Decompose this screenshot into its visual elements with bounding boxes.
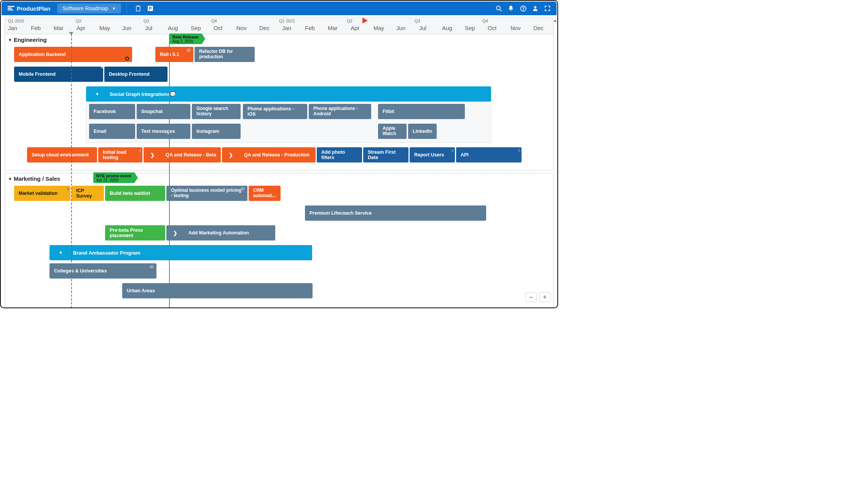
grip-icon: ⠿ bbox=[67, 187, 69, 191]
section-marketing-title: Marketing / Sales bbox=[14, 175, 61, 182]
timeline-month: Aug bbox=[168, 25, 178, 31]
app-name: ProductPlan bbox=[17, 5, 50, 12]
timeline-month: Mar bbox=[328, 25, 338, 31]
link-indicator-icon: ⊖ bbox=[101, 67, 103, 69]
bar-fitbit[interactable]: Fitbit bbox=[378, 104, 465, 119]
bar-texts[interactable]: Text messages bbox=[137, 124, 190, 139]
timeline-month: Aug bbox=[442, 25, 452, 31]
bar-rails[interactable]: Rails 5.1💬 bbox=[155, 47, 193, 62]
timeline-month: Jan bbox=[282, 25, 291, 31]
user-icon[interactable] bbox=[531, 5, 539, 12]
bar-load-testing[interactable]: Initial load testing⠿ bbox=[98, 147, 142, 162]
bar-instagram[interactable]: Instagram bbox=[192, 124, 241, 139]
timeline-quarter: Q3 bbox=[415, 19, 420, 23]
bar-snapchat[interactable]: Snapchat bbox=[137, 104, 190, 119]
svg-point-9 bbox=[511, 10, 512, 11]
milestone-title: NYE promo event bbox=[96, 174, 131, 178]
chevron-down-icon: ▼ bbox=[59, 250, 63, 255]
svg-rect-1 bbox=[8, 8, 12, 9]
svg-rect-3 bbox=[136, 6, 140, 11]
bar-google-search[interactable]: Google search history bbox=[192, 104, 241, 119]
bar-beta-waitlist[interactable]: Build beta waitlist bbox=[105, 186, 165, 201]
timeline-month: Dec bbox=[533, 25, 544, 31]
bar-linkedin[interactable]: LinkedIn bbox=[408, 124, 437, 139]
milestone-title: Beta Release bbox=[172, 35, 199, 39]
bar-qa-prod[interactable]: ❯QA and Release - Production bbox=[222, 147, 316, 162]
bar-photo-filters[interactable]: Add photo filters bbox=[317, 147, 362, 162]
bar-colleges[interactable]: Colleges & Universities💬 bbox=[49, 263, 156, 279]
bar-crm[interactable]: CRM automati... bbox=[249, 186, 281, 201]
chevron-right-icon: ❯ bbox=[229, 152, 233, 158]
bar-urban[interactable]: Urban Areas bbox=[122, 283, 313, 298]
timeline-quarter: Q4 bbox=[482, 19, 488, 23]
bar-facebook[interactable]: Facebook bbox=[89, 104, 135, 119]
timeline-month: Apr bbox=[77, 25, 85, 31]
section-marketing-header[interactable]: ▼ Marketing / Sales bbox=[5, 173, 553, 184]
current-marker-handle[interactable] bbox=[69, 32, 73, 35]
parking-icon[interactable]: P bbox=[147, 5, 154, 12]
milestone-line bbox=[169, 34, 170, 308]
bar-cloud-env[interactable]: Setup cloud environment bbox=[27, 147, 97, 162]
svg-text:?: ? bbox=[522, 6, 525, 11]
comment-icon: 💬 bbox=[240, 187, 246, 192]
milestone-nye-promo[interactable]: NYE promo event Apr 21, 2020 bbox=[93, 172, 134, 183]
bar-press[interactable]: Pre-beta Press placement bbox=[105, 225, 165, 240]
svg-point-12 bbox=[534, 6, 536, 8]
bar-lifecoach[interactable]: Premium Lifecoach Service bbox=[305, 205, 486, 221]
help-icon[interactable]: ? bbox=[519, 5, 527, 12]
app-logo[interactable]: ProductPlan bbox=[5, 5, 53, 12]
bar-report-users[interactable]: Report Users⠿ bbox=[410, 147, 455, 162]
clipboard-icon[interactable] bbox=[134, 5, 142, 12]
bar-phone-ios[interactable]: Phone applications - iOS bbox=[243, 104, 307, 119]
svg-text:P: P bbox=[149, 6, 152, 11]
bar-icp-survey[interactable]: ICP Survey bbox=[72, 186, 104, 201]
roadmap-selector[interactable]: Software Roadmap ▼ bbox=[57, 3, 121, 13]
timeline-month: Sep bbox=[191, 25, 201, 31]
timeline-quarter: Q2 bbox=[76, 19, 81, 23]
bar-marketing-automation[interactable]: ❯Add Marketing Automation bbox=[166, 225, 275, 240]
container-brand-ambassador[interactable]: ▼ Brand Ambassador Program bbox=[49, 245, 312, 260]
bell-icon[interactable] bbox=[507, 5, 515, 12]
bar-apple-watch[interactable]: Apple Watch bbox=[378, 124, 407, 139]
chevron-down-icon: ▼ bbox=[112, 6, 116, 11]
container-social-graph[interactable]: ▼ Social Graph Integrations 💬 bbox=[86, 86, 491, 102]
timeline-month: Feb bbox=[31, 25, 41, 31]
current-marker-line bbox=[71, 34, 72, 308]
link-indicator-icon bbox=[125, 57, 129, 61]
comment-icon: 💬 bbox=[186, 48, 191, 53]
svg-rect-0 bbox=[8, 6, 14, 7]
milestone-beta-release[interactable]: Beta Release Aug 2, 2020 bbox=[169, 33, 202, 44]
bar-qa-beta[interactable]: ❯QA and Release - Beta bbox=[144, 147, 221, 162]
timeline-month: Feb bbox=[305, 25, 315, 31]
timeline-month: Apr bbox=[351, 25, 359, 31]
milestone-date: Apr 21, 2020 bbox=[96, 178, 131, 182]
chevron-down-icon: ▼ bbox=[8, 38, 12, 42]
today-marker[interactable] bbox=[362, 18, 368, 24]
bar-mobile-frontend[interactable]: Mobile Frontend⊖ bbox=[14, 67, 103, 82]
search-icon[interactable] bbox=[495, 5, 503, 12]
timeline-quarter: Q3 bbox=[144, 19, 149, 23]
comment-icon: 💬 bbox=[170, 91, 176, 97]
milestone-date: Aug 2, 2020 bbox=[172, 39, 199, 43]
timeline-month: Nov bbox=[236, 25, 247, 31]
bar-application-backend[interactable]: Application Backend bbox=[14, 47, 132, 62]
bar-phone-android[interactable]: Phone applications - Android bbox=[309, 104, 371, 119]
zoom-in-button[interactable]: + bbox=[539, 292, 550, 302]
bar-refactor-db[interactable]: Refactor DB for production bbox=[195, 47, 255, 62]
bar-email[interactable]: Email bbox=[89, 124, 135, 139]
timeline-quarter: Q1 2020 bbox=[8, 19, 24, 23]
bar-stream[interactable]: Stream First Date bbox=[363, 147, 408, 162]
timeline-month: Oct bbox=[214, 25, 222, 31]
svg-point-7 bbox=[496, 6, 500, 10]
bar-pricing-test[interactable]: Optimal business model/ pricing - testin… bbox=[166, 186, 247, 201]
chevron-down-icon: ▼ bbox=[8, 177, 12, 181]
timeline-month: Jun bbox=[396, 25, 405, 31]
svg-rect-2 bbox=[8, 10, 13, 11]
fullscreen-icon[interactable] bbox=[544, 5, 551, 12]
bar-desktop-frontend[interactable]: Desktop Frontend bbox=[104, 67, 168, 82]
section-engineering-header[interactable]: ▼ Engineering bbox=[5, 34, 553, 45]
bar-market-validation[interactable]: Market validation⠿ bbox=[14, 186, 70, 201]
header-separator bbox=[126, 3, 127, 14]
zoom-out-button[interactable]: − bbox=[525, 292, 537, 302]
bar-api[interactable]: API⠿ bbox=[456, 147, 522, 162]
